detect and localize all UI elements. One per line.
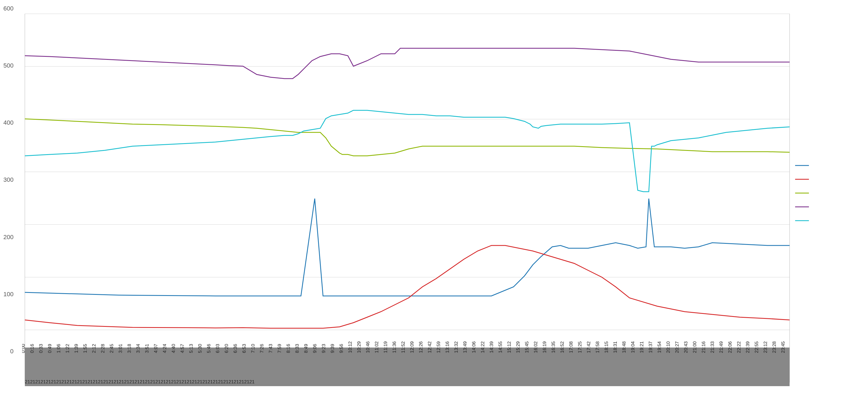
svg-text:17:08: 17:08 xyxy=(568,341,574,353)
svg-text:19:37: 19:37 xyxy=(648,341,653,353)
svg-text:10:46: 10:46 xyxy=(365,341,371,353)
svg-text:212121212121212121212121212121: 2121212121212121212121212121212121212121… xyxy=(25,379,254,384)
svg-text:6:03: 6:03 xyxy=(215,344,220,353)
svg-text:14:06: 14:06 xyxy=(471,341,476,353)
svg-text:17:42: 17:42 xyxy=(586,341,591,353)
svg-text:4:40: 4:40 xyxy=(171,344,176,353)
svg-text:8:33: 8:33 xyxy=(294,344,300,353)
svg-text:2:12: 2:12 xyxy=(91,344,97,353)
svg-text:5:30: 5:30 xyxy=(197,344,203,353)
line-heat-source-out xyxy=(25,199,789,296)
svg-text:1:39: 1:39 xyxy=(74,344,79,353)
svg-text:16:35: 16:35 xyxy=(551,341,556,353)
svg-text:9:06: 9:06 xyxy=(312,344,317,353)
svg-text:12:09: 12:09 xyxy=(409,341,415,353)
svg-text:19:04: 19:04 xyxy=(630,341,636,353)
svg-text:0:00: 0:00 xyxy=(22,344,26,353)
svg-text:12:42: 12:42 xyxy=(427,341,432,353)
svg-text:15:45: 15:45 xyxy=(524,341,529,353)
svg-text:16:52: 16:52 xyxy=(560,341,565,353)
svg-text:9:56: 9:56 xyxy=(339,344,344,353)
svg-text:14:39: 14:39 xyxy=(489,341,494,353)
svg-text:9:23: 9:23 xyxy=(321,344,326,353)
svg-text:0:33: 0:33 xyxy=(38,344,43,353)
svg-text:22:06: 22:06 xyxy=(727,341,733,353)
svg-text:1:22: 1:22 xyxy=(65,344,70,353)
line-heating-sp xyxy=(25,110,789,192)
svg-text:21:16: 21:16 xyxy=(701,341,706,353)
svg-text:17:58: 17:58 xyxy=(595,341,600,353)
line-outdoor xyxy=(25,245,789,328)
svg-text:7:26: 7:26 xyxy=(259,344,265,353)
svg-text:19:21: 19:21 xyxy=(639,341,644,353)
svg-text:11:36: 11:36 xyxy=(392,341,397,353)
svg-text:12:59: 12:59 xyxy=(436,341,441,353)
svg-text:15:12: 15:12 xyxy=(506,341,512,353)
y-label-300: 300 xyxy=(1,177,13,183)
svg-text:3:01: 3:01 xyxy=(118,344,123,353)
svg-text:21:00: 21:00 xyxy=(692,341,698,353)
svg-text:18:48: 18:48 xyxy=(621,341,627,353)
svg-text:7:59: 7:59 xyxy=(277,344,282,353)
svg-text:19:54: 19:54 xyxy=(657,341,662,353)
svg-text:0:16: 0:16 xyxy=(30,344,35,353)
svg-text:20:27: 20:27 xyxy=(675,341,680,353)
svg-text:7:10: 7:10 xyxy=(250,344,256,353)
svg-text:21:33: 21:33 xyxy=(710,341,715,353)
svg-text:5:46: 5:46 xyxy=(206,344,212,353)
svg-text:5:13: 5:13 xyxy=(189,344,194,353)
svg-text:6:53: 6:53 xyxy=(242,344,247,353)
svg-text:16:02: 16:02 xyxy=(533,341,538,353)
svg-text:7:43: 7:43 xyxy=(268,344,273,353)
svg-text:22:55: 22:55 xyxy=(754,341,759,353)
svg-text:13:16: 13:16 xyxy=(445,341,450,353)
svg-text:2:28: 2:28 xyxy=(100,344,105,353)
svg-text:13:49: 13:49 xyxy=(462,341,468,353)
chart-svg: 0:00 0:16 0:33 0:49 1:06 1:22 1:39 1:55 … xyxy=(22,5,809,406)
svg-text:4:24: 4:24 xyxy=(162,344,167,353)
svg-text:12:26: 12:26 xyxy=(418,341,424,353)
y-label-500: 500 xyxy=(1,63,13,69)
svg-text:15:29: 15:29 xyxy=(516,341,521,353)
svg-text:16:19: 16:19 xyxy=(542,341,547,353)
svg-text:6:36: 6:36 xyxy=(233,344,238,353)
svg-text:18:15: 18:15 xyxy=(604,341,609,353)
svg-text:14:55: 14:55 xyxy=(498,341,503,353)
svg-text:3:34: 3:34 xyxy=(135,344,141,353)
svg-text:1:55: 1:55 xyxy=(83,344,88,353)
svg-text:20:43: 20:43 xyxy=(683,341,688,353)
svg-text:4:07: 4:07 xyxy=(153,344,158,353)
svg-text:1:06: 1:06 xyxy=(56,344,61,353)
svg-text:8:16: 8:16 xyxy=(286,344,291,353)
y-label-400: 400 xyxy=(1,120,13,126)
svg-text:18:31: 18:31 xyxy=(613,341,618,353)
chart-container: 600 500 400 300 200 100 0 -100 xyxy=(0,0,868,406)
svg-text:2:45: 2:45 xyxy=(109,344,114,353)
svg-text:11:19: 11:19 xyxy=(383,341,388,353)
y-label-0: 0 xyxy=(1,348,13,354)
svg-text:3:18: 3:18 xyxy=(127,344,132,353)
svg-text:22:22: 22:22 xyxy=(736,341,742,353)
svg-text:8:49: 8:49 xyxy=(303,344,309,353)
svg-text:23:12: 23:12 xyxy=(763,341,768,353)
svg-text:23:45: 23:45 xyxy=(780,341,786,353)
y-label-600: 600 xyxy=(1,5,13,11)
svg-text:0:49: 0:49 xyxy=(47,344,53,353)
svg-text:17:25: 17:25 xyxy=(577,341,583,353)
svg-text:20:10: 20:10 xyxy=(665,341,671,353)
svg-text:22:39: 22:39 xyxy=(745,341,750,353)
line-hotwater xyxy=(25,48,789,78)
svg-text:23:28: 23:28 xyxy=(772,341,777,353)
svg-text:14:22: 14:22 xyxy=(480,341,485,353)
svg-text:11:02: 11:02 xyxy=(374,341,379,353)
svg-text:4:57: 4:57 xyxy=(180,344,185,353)
svg-text:10:29: 10:29 xyxy=(356,341,362,353)
svg-text:11:52: 11:52 xyxy=(401,341,406,353)
svg-text:13:32: 13:32 xyxy=(454,341,459,353)
svg-text:21:49: 21:49 xyxy=(719,341,724,353)
y-axis: 600 500 400 300 200 100 0 -100 xyxy=(1,5,13,406)
y-label-200: 200 xyxy=(1,234,13,240)
svg-text:3:51: 3:51 xyxy=(145,344,150,353)
svg-text:10:12: 10:12 xyxy=(348,341,353,353)
svg-text:9:39: 9:39 xyxy=(330,344,335,353)
